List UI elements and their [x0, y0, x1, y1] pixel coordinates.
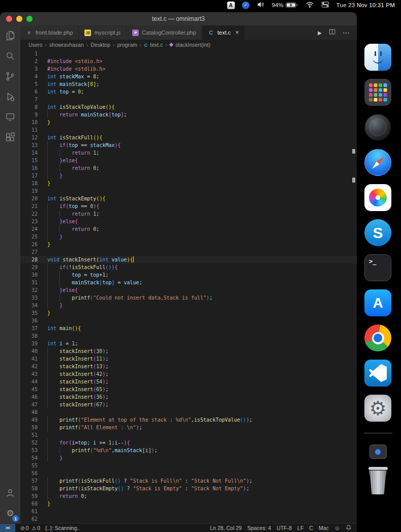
line-number[interactable]: 2: [20, 57, 38, 65]
code-line[interactable]: 42stackInsert(13);: [20, 363, 357, 370]
line-number[interactable]: 35: [20, 309, 38, 317]
breadcrumb-item[interactable]: text.c: [150, 42, 163, 48]
breadcrumb-item[interactable]: showravhasan: [49, 42, 84, 48]
code-line[interactable]: 39int i = 1;: [20, 340, 357, 347]
lens-dock-icon[interactable]: [364, 114, 391, 141]
code-line[interactable]: 5int mainStack[8];: [20, 80, 357, 88]
run-code-button[interactable]: ▶: [318, 30, 322, 36]
line-number[interactable]: 43: [20, 370, 38, 378]
line-number[interactable]: 61: [20, 508, 38, 515]
code-line[interactable]: 18}: [20, 180, 357, 187]
code-line[interactable]: 17}: [20, 172, 357, 180]
extensions-icon[interactable]: [0, 127, 20, 147]
miniwindow-dock-icon[interactable]: [369, 445, 387, 459]
launchpad-dock-icon[interactable]: [364, 79, 391, 106]
code-line[interactable]: 11: [20, 126, 357, 134]
code-line[interactable]: 9return mainStack[top];: [20, 111, 357, 119]
code-line[interactable]: 37int main(){: [20, 324, 357, 332]
code-line[interactable]: 58printf(isStackEmpty() ? "Stack is Empt…: [20, 485, 357, 492]
line-number[interactable]: 60: [20, 500, 38, 508]
code-line[interactable]: 56: [20, 469, 357, 477]
remote-explorer-icon[interactable]: [0, 107, 20, 127]
tab-text.c[interactable]: Ctext.c×: [202, 25, 245, 40]
line-number[interactable]: 10: [20, 119, 38, 126]
line-number[interactable]: 24: [20, 225, 38, 233]
code-line[interactable]: 26}: [20, 241, 357, 248]
line-number[interactable]: 13: [20, 141, 38, 149]
code-line[interactable]: 29if(!isStackFull()){: [20, 263, 357, 271]
line-number[interactable]: 54: [20, 454, 38, 462]
code-line[interactable]: 52for(i=top; i >= 1;i--){: [20, 439, 357, 447]
code-line[interactable]: 62: [20, 515, 357, 523]
code-line[interactable]: 20int isStackEmpty(){: [20, 195, 357, 202]
settings-gear-icon[interactable]: ⚙ 1: [0, 503, 20, 523]
explorer-icon[interactable]: [0, 25, 20, 46]
vscode-dock-icon[interactable]: [364, 360, 391, 387]
source-control-icon[interactable]: [0, 66, 20, 86]
tab-front.blade.php[interactable]: ≡front.blade.php: [20, 25, 79, 40]
code-line[interactable]: 50printf("All Element : \n");: [20, 424, 357, 431]
line-number[interactable]: 27: [20, 248, 38, 256]
line-number[interactable]: 3: [20, 65, 38, 73]
code-line[interactable]: 43stackInsert(42);: [20, 370, 357, 378]
code-line[interactable]: 14return 1;: [20, 149, 357, 157]
line-number[interactable]: 8: [20, 103, 38, 111]
close-window-button[interactable]: [6, 16, 12, 22]
line-number[interactable]: 1: [20, 50, 38, 57]
feedback-icon[interactable]: [334, 525, 340, 531]
code-line[interactable]: 35}: [20, 309, 357, 317]
chrome-dock-icon[interactable]: [364, 324, 391, 351]
line-number[interactable]: 31: [20, 279, 38, 286]
wifi-icon[interactable]: [305, 1, 314, 9]
code-line[interactable]: 23}else{: [20, 218, 357, 225]
code-line[interactable]: 53printf("%d\n",mainStack[i]);: [20, 447, 357, 454]
code-line[interactable]: 32}else{: [20, 286, 357, 294]
code-line[interactable]: 3#include <stdlib.h>: [20, 65, 357, 73]
line-number[interactable]: 4: [20, 73, 38, 80]
line-number[interactable]: 14: [20, 149, 38, 157]
code-line[interactable]: 12int isStackFull(){: [20, 134, 357, 141]
line-number[interactable]: 17: [20, 172, 38, 180]
line-number[interactable]: 40: [20, 347, 38, 355]
line-number[interactable]: 45: [20, 386, 38, 393]
encoding-status[interactable]: UTF-8: [276, 525, 292, 531]
tab-myscript.js[interactable]: JSmyscript.js: [79, 25, 127, 40]
code-line[interactable]: 15}else{: [20, 157, 357, 164]
line-number[interactable]: 59: [20, 492, 38, 500]
code-line[interactable]: 25}: [20, 233, 357, 241]
run-debug-icon[interactable]: [0, 86, 20, 107]
code-line[interactable]: 38: [20, 332, 357, 340]
battery-indicator[interactable]: 94%: [272, 2, 298, 9]
line-number[interactable]: 18: [20, 180, 38, 187]
line-number[interactable]: 22: [20, 210, 38, 218]
code-line[interactable]: 1: [20, 50, 357, 57]
code-line[interactable]: 24return 0;: [20, 225, 357, 233]
appstore-dock-icon[interactable]: [364, 289, 391, 316]
control-center-icon[interactable]: [321, 1, 329, 9]
finder-dock-icon[interactable]: [364, 44, 391, 71]
line-number[interactable]: 19: [20, 187, 38, 195]
breadcrumb-item[interactable]: stackInsert(int): [175, 42, 210, 48]
menu-bar-clock[interactable]: Tue 23 Nov 10:31 PM: [336, 2, 395, 8]
code-line[interactable]: 44stackInsert(54);: [20, 378, 357, 386]
code-line[interactable]: 22return 1;: [20, 210, 357, 218]
safari-dock-icon[interactable]: [364, 149, 391, 176]
line-number[interactable]: 53: [20, 447, 38, 454]
check-badge-icon[interactable]: [242, 2, 250, 9]
line-number[interactable]: 62: [20, 515, 38, 523]
code-line[interactable]: 41stackInsert(11);: [20, 355, 357, 363]
line-number[interactable]: 38: [20, 332, 38, 340]
code-line[interactable]: 8int isStackTopValue(){: [20, 103, 357, 111]
minimize-window-button[interactable]: [16, 16, 22, 22]
code-line[interactable]: 6int top = 0;: [20, 88, 357, 96]
language-status[interactable]: {..}: Scanning..: [45, 525, 80, 531]
line-number[interactable]: 26: [20, 241, 38, 248]
line-number[interactable]: 30: [20, 271, 38, 279]
code-line[interactable]: 60}: [20, 500, 357, 508]
skype-dock-icon[interactable]: [364, 219, 391, 246]
code-line[interactable]: 4int stackMax = 8;: [20, 73, 357, 80]
code-line[interactable]: 36: [20, 317, 357, 324]
zoom-window-button[interactable]: [26, 16, 33, 22]
line-number[interactable]: 55: [20, 462, 38, 469]
close-tab-icon[interactable]: ×: [235, 29, 239, 36]
